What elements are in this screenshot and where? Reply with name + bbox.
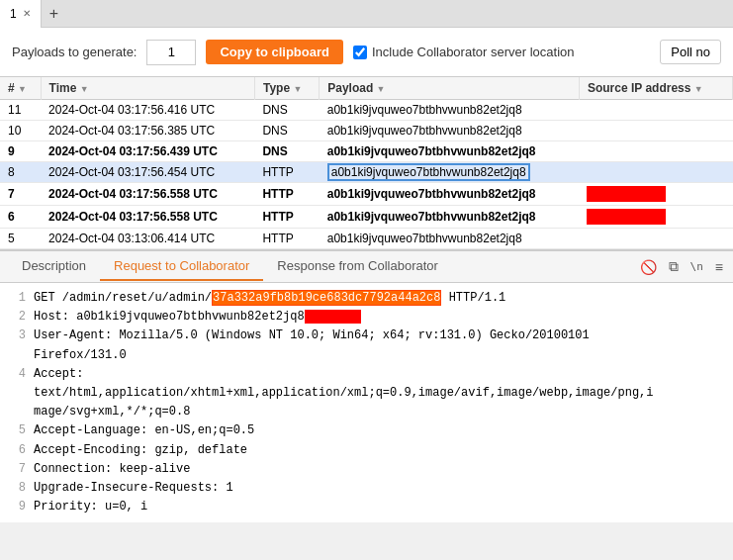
table-row[interactable]: 102024-Oct-04 03:17:56.385 UTCDNSa0b1ki9…: [0, 121, 733, 141]
cell-num: 6: [0, 206, 41, 229]
cell-payload: a0b1ki9jvquweo7btbhvwunb82et2jq8: [320, 121, 580, 141]
eye-slash-icon[interactable]: 🚫: [638, 257, 659, 277]
line-number: 2: [8, 308, 26, 327]
bottom-tab-bar: Description Request to Collaborator Resp…: [0, 251, 733, 283]
toolbar: Payloads to generate: Copy to clipboard …: [0, 28, 733, 77]
cell-source-ip: [579, 229, 732, 249]
copy-to-clipboard-button[interactable]: Copy to clipboard: [206, 40, 343, 64]
cell-type: DNS: [254, 121, 319, 141]
cell-num: 11: [0, 100, 41, 121]
editor-icons: 🚫 ⧉ \n ≡: [638, 256, 725, 277]
line-content: Accept-Encoding: gzip, deflate: [34, 441, 725, 460]
line-content: Host: a0b1ki9jvquweo7btbhvwunb82et2jq8: [34, 308, 725, 327]
table-header-row: # ▼ Time ▼ Type ▼ Payload ▼ Source IP ad…: [0, 77, 733, 100]
table-row[interactable]: 82024-Oct-04 03:17:56.454 UTCHTTPa0b1ki9…: [0, 162, 733, 183]
line-content: Priority: u=0, i: [34, 498, 725, 516]
cell-time: 2024-Oct-04 03:17:56.439 UTC: [41, 141, 254, 162]
line-number: 5: [8, 421, 26, 440]
line-content: Accept: text/html,application/xhtml+xml,…: [34, 365, 725, 422]
include-collaborator-checkbox[interactable]: [353, 46, 367, 59]
payloads-input[interactable]: [146, 40, 196, 65]
tab-request-to-collaborator[interactable]: Request to Collaborator: [100, 252, 263, 281]
cell-num: 7: [0, 183, 41, 206]
menu-icon[interactable]: ≡: [713, 257, 725, 277]
code-line: 7Connection: keep-alive: [8, 460, 725, 479]
line-number: 4: [8, 365, 26, 422]
code-line: 1GET /admin/reset/u/admin/37a332a9fb8b19…: [8, 289, 725, 308]
line-content: GET /admin/reset/u/admin/37a332a9fb8b19c…: [34, 289, 725, 308]
cell-source-ip: [579, 162, 732, 183]
poll-button[interactable]: Poll no: [660, 40, 721, 64]
cell-time: 2024-Oct-04 03:17:56.558 UTC: [41, 183, 254, 206]
cell-time: 2024-Oct-04 03:17:56.385 UTC: [41, 121, 254, 141]
cell-type: DNS: [254, 141, 319, 162]
cell-time: 2024-Oct-04 03:17:56.416 UTC: [41, 100, 254, 121]
cell-type: DNS: [254, 100, 319, 121]
table-body: 112024-Oct-04 03:17:56.416 UTCDNSa0b1ki9…: [0, 100, 733, 249]
col-header-time[interactable]: Time ▼: [41, 77, 254, 100]
cell-type: HTTP: [254, 229, 319, 249]
code-line: 6Accept-Encoding: gzip, deflate: [8, 441, 725, 460]
code-line: 2Host: a0b1ki9jvquweo7btbhvwunb82et2jq8: [8, 308, 725, 327]
cell-source-ip: [579, 183, 732, 206]
cell-payload: a0b1ki9jvquweo7btbhvwunb82et2jq8: [320, 162, 580, 183]
copy-icon[interactable]: ⧉: [667, 256, 681, 277]
cell-source-ip: [579, 100, 732, 121]
table-row[interactable]: 72024-Oct-04 03:17:56.558 UTCHTTPa0b1ki9…: [0, 183, 733, 206]
col-header-num[interactable]: # ▼: [0, 77, 41, 100]
line-content: User-Agent: Mozilla/5.0 (Windows NT 10.0…: [34, 327, 725, 364]
line-content: Accept-Language: en-US,en;q=0.5: [34, 421, 725, 440]
wrap-icon[interactable]: \n: [688, 258, 705, 275]
line-number: 8: [8, 479, 26, 498]
interactions-table-container: # ▼ Time ▼ Type ▼ Payload ▼ Source IP ad…: [0, 77, 733, 251]
cell-source-ip: [579, 121, 732, 141]
highlighted-token: 37a332a9fb8b19ce683dc7792a44a2c8: [212, 290, 441, 306]
tab-response-from-collaborator[interactable]: Response from Collaborator: [263, 252, 452, 281]
code-line: 9Priority: u=0, i: [8, 498, 725, 516]
tab-add-button[interactable]: +: [42, 5, 66, 23]
code-line: 5Accept-Language: en-US,en;q=0.5: [8, 421, 725, 440]
cell-num: 5: [0, 229, 41, 249]
code-line: 3User-Agent: Mozilla/5.0 (Windows NT 10.…: [8, 327, 725, 364]
cell-type: HTTP: [254, 162, 319, 183]
cell-source-ip: [579, 141, 732, 162]
line-number: 1: [8, 289, 26, 308]
tab-description[interactable]: Description: [8, 252, 100, 281]
tab-1[interactable]: 1 ✕: [0, 0, 42, 28]
include-collaborator-label: Include Collaborator server location: [372, 45, 575, 59]
tab-label: 1: [10, 7, 17, 21]
interactions-table: # ▼ Time ▼ Type ▼ Payload ▼ Source IP ad…: [0, 77, 733, 249]
cell-time: 2024-Oct-04 03:17:56.454 UTC: [41, 162, 254, 183]
code-line: 4Accept: text/html,application/xhtml+xml…: [8, 365, 725, 422]
cell-payload: a0b1ki9jvquweo7btbhvwunb82et2jq8: [320, 141, 580, 162]
line-number: 3: [8, 327, 26, 364]
col-header-type[interactable]: Type ▼: [254, 77, 319, 100]
col-header-payload[interactable]: Payload ▼: [320, 77, 580, 100]
line-content: Upgrade-Insecure-Requests: 1: [34, 479, 725, 498]
cell-time: 2024-Oct-04 03:13:06.414 UTC: [41, 229, 254, 249]
cell-payload: a0b1ki9jvquweo7btbhvwunb82et2jq8: [320, 183, 580, 206]
line-number: 6: [8, 441, 26, 460]
cell-num: 9: [0, 141, 41, 162]
include-collaborator-checkbox-wrap: Include Collaborator server location: [353, 45, 575, 59]
cell-time: 2024-Oct-04 03:17:56.558 UTC: [41, 206, 254, 229]
line-number: 9: [8, 498, 26, 516]
line-content: Connection: keep-alive: [34, 460, 725, 479]
tab-bar: 1 ✕ +: [0, 0, 733, 28]
cell-payload: a0b1ki9jvquweo7btbhvwunb82et2jq8: [320, 229, 580, 249]
line-number: 7: [8, 460, 26, 479]
table-row[interactable]: 52024-Oct-04 03:13:06.414 UTCHTTPa0b1ki9…: [0, 229, 733, 249]
bottom-panel: Description Request to Collaborator Resp…: [0, 251, 733, 522]
col-header-source-ip[interactable]: Source IP address ▼: [579, 77, 732, 100]
highlighted-token: [305, 310, 362, 324]
cell-payload: a0b1ki9jvquweo7btbhvwunb82et2jq8: [320, 100, 580, 121]
code-area: 1GET /admin/reset/u/admin/37a332a9fb8b19…: [0, 283, 733, 522]
tab-close-icon[interactable]: ✕: [23, 8, 31, 19]
table-row[interactable]: 112024-Oct-04 03:17:56.416 UTCDNSa0b1ki9…: [0, 100, 733, 121]
table-row[interactable]: 62024-Oct-04 03:17:56.558 UTCHTTPa0b1ki9…: [0, 206, 733, 229]
cell-type: HTTP: [254, 183, 319, 206]
payloads-label: Payloads to generate:: [12, 45, 137, 59]
cell-type: HTTP: [254, 206, 319, 229]
cell-payload: a0b1ki9jvquweo7btbhvwunb82et2jq8: [320, 206, 580, 229]
table-row[interactable]: 92024-Oct-04 03:17:56.439 UTCDNSa0b1ki9j…: [0, 141, 733, 162]
